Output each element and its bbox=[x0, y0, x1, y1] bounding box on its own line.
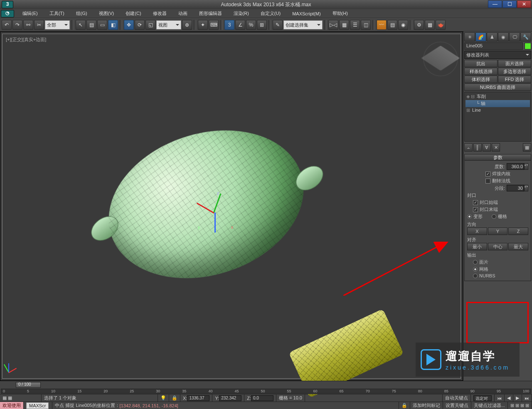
named-selection-dropdown[interactable]: 创建选择集 bbox=[283, 20, 323, 29]
menu-customize[interactable]: 自定义(U) bbox=[255, 10, 286, 17]
menu-help[interactable]: 帮助(H) bbox=[327, 10, 354, 17]
mirror-button[interactable]: ▷◁ bbox=[328, 20, 338, 30]
render-setup-button[interactable]: ⚙ bbox=[414, 20, 424, 30]
app-menu-icon[interactable]: ◔ bbox=[1, 10, 14, 17]
render-frame-button[interactable]: ▦ bbox=[425, 20, 435, 30]
selection-filter-dropdown[interactable]: 全部 bbox=[45, 20, 70, 29]
remove-mod-button[interactable]: ✕ bbox=[492, 143, 500, 152]
menu-group[interactable]: 组(G) bbox=[70, 10, 93, 17]
align-min-button[interactable]: 最小 bbox=[467, 243, 487, 250]
degrees-input[interactable] bbox=[507, 163, 524, 170]
sel-spline[interactable]: 样条线选择 bbox=[464, 68, 498, 75]
keymode-button[interactable]: ⌨ bbox=[209, 20, 219, 30]
refcoord-dropdown[interactable]: 视图 bbox=[156, 20, 181, 29]
dir-x-button[interactable]: X bbox=[467, 228, 487, 235]
out-mesh-radio[interactable] bbox=[473, 267, 478, 272]
y-input[interactable]: 232.342 bbox=[219, 395, 241, 401]
move-button[interactable]: ✥ bbox=[124, 20, 134, 30]
graphite-button[interactable]: ◫ bbox=[361, 20, 371, 30]
viewport[interactable]: [+][正交][真实+边面] xyz bbox=[0, 32, 463, 381]
segments-spinner[interactable]: ▲▼ bbox=[524, 185, 528, 191]
menu-tools[interactable]: 工具(T) bbox=[44, 10, 70, 17]
named-sel-edit-button[interactable]: ✎ bbox=[273, 20, 283, 30]
maxscript-tab[interactable]: MAXScr bbox=[26, 402, 49, 409]
spinner-snap-button[interactable]: ⊞ bbox=[257, 20, 267, 30]
percent-snap-button[interactable]: % bbox=[246, 20, 256, 30]
modifier-stack[interactable]: ◈ ⊟ 车削 └ 轴 ⊞ Line bbox=[464, 92, 531, 142]
undo-button[interactable]: ↶ bbox=[2, 20, 12, 30]
keyset-dropdown[interactable]: 选定对 bbox=[473, 395, 492, 401]
out-patch-radio[interactable] bbox=[473, 260, 478, 265]
link-button[interactable]: ⚯ bbox=[23, 20, 33, 30]
window-crossing-button[interactable]: ◧ bbox=[108, 20, 118, 30]
degrees-spinner[interactable]: ▲▼ bbox=[524, 163, 528, 170]
menu-grapheditors[interactable]: 图形编辑器 bbox=[193, 10, 228, 17]
sel-poly[interactable]: 多边形选择 bbox=[498, 68, 531, 75]
dir-z-button[interactable]: Z bbox=[508, 228, 528, 235]
close-button[interactable]: ✕ bbox=[517, 0, 531, 8]
setkey-button[interactable]: 设置关键点 bbox=[443, 402, 471, 409]
object-name-input[interactable]: Line005 bbox=[464, 42, 523, 50]
select-name-button[interactable]: ▤ bbox=[86, 20, 96, 30]
menu-render[interactable]: 渲染(R) bbox=[228, 10, 255, 17]
addtag-button[interactable]: 添加时间标记 bbox=[410, 402, 443, 409]
tab-display[interactable]: 🖵 bbox=[509, 32, 520, 42]
pivot-button[interactable]: ⊕ bbox=[182, 20, 192, 30]
pin-stack-button[interactable]: ⫠ bbox=[464, 143, 473, 152]
dir-y-button[interactable]: Y bbox=[488, 228, 508, 235]
weld-checkbox[interactable]: ✓ bbox=[485, 171, 490, 176]
grid-radio[interactable] bbox=[492, 214, 496, 219]
segments-input[interactable] bbox=[507, 185, 524, 191]
curve-editor-button[interactable]: 〰 bbox=[377, 20, 387, 30]
out-nurbs-radio[interactable] bbox=[473, 274, 478, 278]
layer-button[interactable]: ☰ bbox=[350, 20, 360, 30]
sel-ffd[interactable]: FFD 选择 bbox=[498, 76, 531, 83]
align-button[interactable]: ▦ bbox=[339, 20, 349, 30]
tab-utilities[interactable]: 🔧 bbox=[520, 32, 531, 42]
schematic-button[interactable]: ▤ bbox=[387, 20, 397, 30]
unique-button[interactable]: ∀ bbox=[483, 143, 491, 152]
modifier-list-dropdown[interactable]: 修改器列表 bbox=[464, 51, 531, 59]
tab-hierarchy[interactable]: ♟ bbox=[487, 32, 498, 42]
maximize-button[interactable]: ☐ bbox=[502, 0, 517, 8]
manip-button[interactable]: ✦ bbox=[198, 20, 208, 30]
rotate-button[interactable]: ⟳ bbox=[135, 20, 145, 30]
capstart-checkbox[interactable]: ✓ bbox=[473, 200, 478, 205]
menu-anim[interactable]: 动画 bbox=[172, 10, 193, 17]
capend-checkbox[interactable]: ✓ bbox=[473, 207, 478, 212]
status-materials[interactable]: ▦ ▦ bbox=[0, 394, 42, 402]
time-slider[interactable]: 0 / 100 0510 152025 303540 455055 606570… bbox=[0, 381, 532, 394]
x-input[interactable]: 1336.37 bbox=[187, 395, 209, 401]
minimize-button[interactable]: — bbox=[488, 0, 502, 8]
scale-button[interactable]: ◱ bbox=[145, 20, 155, 30]
align-max-button[interactable]: 最大 bbox=[508, 243, 528, 250]
config-button[interactable]: ▦ bbox=[523, 143, 531, 152]
menu-maxscript[interactable]: MAXScript(M) bbox=[286, 10, 326, 17]
tab-create[interactable]: ✳ bbox=[464, 32, 475, 42]
material-editor-button[interactable]: ◉ bbox=[398, 20, 408, 30]
app-icon[interactable]: 3 bbox=[2, 1, 13, 8]
render-button[interactable]: 🫖 bbox=[436, 20, 446, 30]
menu-views[interactable]: 视图(V) bbox=[93, 10, 120, 17]
unlink-button[interactable]: ✂ bbox=[34, 20, 44, 30]
object-color-swatch[interactable] bbox=[525, 43, 531, 49]
tab-modify[interactable]: 🌈 bbox=[475, 32, 486, 42]
redo-button[interactable]: ↷ bbox=[12, 20, 22, 30]
select-rect-button[interactable]: ▭ bbox=[97, 20, 107, 30]
sel-patch[interactable]: 面片选择 bbox=[498, 60, 531, 67]
show-end-button[interactable]: ║ bbox=[473, 143, 482, 152]
flip-checkbox[interactable] bbox=[485, 179, 490, 184]
tab-motion[interactable]: ◉ bbox=[498, 32, 509, 42]
z-input[interactable]: 0.0 bbox=[251, 395, 273, 401]
move-gizmo[interactable]: xyz bbox=[194, 192, 235, 233]
autokey-button[interactable]: 自动关键点 bbox=[443, 394, 471, 402]
morph-radio[interactable] bbox=[467, 214, 472, 219]
menu-modifiers[interactable]: 修改器 bbox=[147, 10, 172, 17]
viewport-label[interactable]: [+][正交][真实+边面] bbox=[6, 37, 46, 43]
sel-extrude[interactable]: 抗出 bbox=[464, 60, 498, 67]
rollout-title-params[interactable]: 参数 bbox=[464, 154, 531, 161]
sel-nurbs[interactable]: NURBS 曲面选择 bbox=[464, 83, 531, 91]
menu-create[interactable]: 创建(C) bbox=[120, 10, 147, 17]
sel-volume[interactable]: 体积选择 bbox=[464, 76, 498, 83]
menu-edit[interactable]: 编辑(E) bbox=[17, 10, 44, 17]
